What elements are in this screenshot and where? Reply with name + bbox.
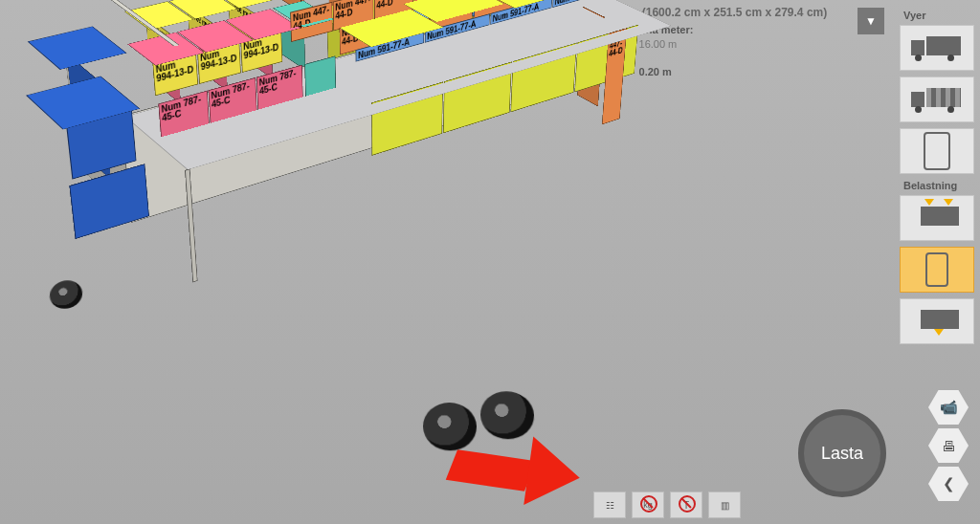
load-axle-button[interactable] [900,247,974,293]
right-toolbar: Vyer Belastning [898,4,976,350]
trailer-wheel [423,403,478,450]
no-icon [640,495,657,513]
tool-columns-button[interactable]: ▥ [708,491,741,518]
top-view-icon [924,132,950,170]
view-top-button[interactable] [900,128,974,174]
camera-icon: 📹 [940,399,958,416]
tool-no-weight-button[interactable]: kg [632,491,664,518]
views-heading: Vyer [903,10,976,21]
bottom-toolbar: ☷ kg T ▥ [593,491,741,518]
tool-weight-list-button[interactable]: ☷ [593,491,626,518]
load-heading: Belastning [903,180,976,191]
view-side-solid-button[interactable] [900,25,974,71]
camera-button[interactable]: 📹 [928,390,969,425]
load-side-button[interactable] [900,298,974,344]
action-hex-column: 📹 🖶 ❮ [928,386,969,505]
print-icon: 🖶 [942,438,956,454]
cab-wheel [48,280,83,309]
print-button[interactable]: 🖶 [928,428,969,463]
tool-no-label-button[interactable]: T [670,491,702,518]
collapse-header-button[interactable]: ▼ [858,8,884,34]
share-button[interactable]: ❮ [928,467,969,501]
load-vertical-button[interactable] [900,195,974,241]
viewport-3d[interactable]: Num 994-13-DNum 994-13-DNum 994-13-DNum … [10,76,852,488]
share-icon: ❮ [943,475,955,492]
view-side-grid-button[interactable] [900,76,974,122]
trailer-wheel [479,391,535,439]
no-icon [679,495,696,513]
axle-icon [925,252,948,287]
